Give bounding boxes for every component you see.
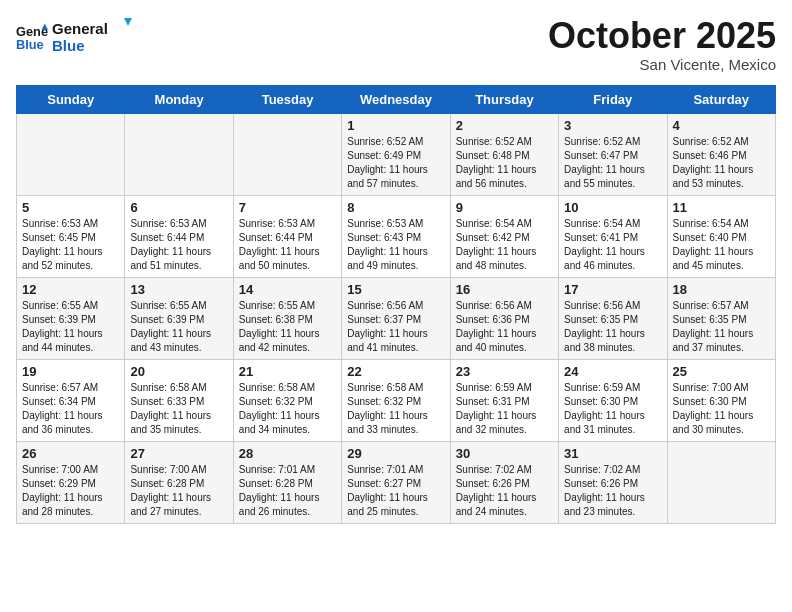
day-info: Sunrise: 6:52 AM Sunset: 6:46 PM Dayligh… — [673, 135, 770, 191]
day-info: Sunrise: 6:55 AM Sunset: 6:38 PM Dayligh… — [239, 299, 336, 355]
day-info: Sunrise: 6:55 AM Sunset: 6:39 PM Dayligh… — [22, 299, 119, 355]
calendar-table: SundayMondayTuesdayWednesdayThursdayFrid… — [16, 85, 776, 524]
day-number: 19 — [22, 364, 119, 379]
calendar-cell: 30Sunrise: 7:02 AM Sunset: 6:26 PM Dayli… — [450, 441, 558, 523]
day-info: Sunrise: 6:53 AM Sunset: 6:44 PM Dayligh… — [239, 217, 336, 273]
calendar-cell: 10Sunrise: 6:54 AM Sunset: 6:41 PM Dayli… — [559, 195, 667, 277]
day-info: Sunrise: 6:53 AM Sunset: 6:44 PM Dayligh… — [130, 217, 227, 273]
calendar-cell: 13Sunrise: 6:55 AM Sunset: 6:39 PM Dayli… — [125, 277, 233, 359]
day-number: 10 — [564, 200, 661, 215]
day-number: 4 — [673, 118, 770, 133]
calendar-cell: 8Sunrise: 6:53 AM Sunset: 6:43 PM Daylig… — [342, 195, 450, 277]
calendar-cell — [667, 441, 775, 523]
day-info: Sunrise: 7:00 AM Sunset: 6:29 PM Dayligh… — [22, 463, 119, 519]
day-number: 12 — [22, 282, 119, 297]
calendar-cell: 3Sunrise: 6:52 AM Sunset: 6:47 PM Daylig… — [559, 113, 667, 195]
month-title: October 2025 — [548, 16, 776, 56]
day-info: Sunrise: 6:59 AM Sunset: 6:31 PM Dayligh… — [456, 381, 553, 437]
calendar-cell: 6Sunrise: 6:53 AM Sunset: 6:44 PM Daylig… — [125, 195, 233, 277]
day-number: 28 — [239, 446, 336, 461]
day-info: Sunrise: 7:02 AM Sunset: 6:26 PM Dayligh… — [456, 463, 553, 519]
day-info: Sunrise: 6:56 AM Sunset: 6:36 PM Dayligh… — [456, 299, 553, 355]
day-info: Sunrise: 7:01 AM Sunset: 6:27 PM Dayligh… — [347, 463, 444, 519]
day-number: 23 — [456, 364, 553, 379]
day-number: 2 — [456, 118, 553, 133]
logo: General Blue General Blue — [16, 16, 142, 60]
day-info: Sunrise: 6:59 AM Sunset: 6:30 PM Dayligh… — [564, 381, 661, 437]
calendar-cell: 16Sunrise: 6:56 AM Sunset: 6:36 PM Dayli… — [450, 277, 558, 359]
calendar-cell: 22Sunrise: 6:58 AM Sunset: 6:32 PM Dayli… — [342, 359, 450, 441]
svg-text:Blue: Blue — [52, 37, 85, 54]
col-header-thursday: Thursday — [450, 85, 558, 113]
svg-text:General: General — [52, 20, 108, 37]
day-number: 24 — [564, 364, 661, 379]
day-info: Sunrise: 6:57 AM Sunset: 6:34 PM Dayligh… — [22, 381, 119, 437]
calendar-cell: 31Sunrise: 7:02 AM Sunset: 6:26 PM Dayli… — [559, 441, 667, 523]
day-info: Sunrise: 6:58 AM Sunset: 6:32 PM Dayligh… — [347, 381, 444, 437]
day-info: Sunrise: 6:54 AM Sunset: 6:42 PM Dayligh… — [456, 217, 553, 273]
day-number: 6 — [130, 200, 227, 215]
calendar-cell: 5Sunrise: 6:53 AM Sunset: 6:45 PM Daylig… — [17, 195, 125, 277]
day-number: 22 — [347, 364, 444, 379]
calendar-cell: 17Sunrise: 6:56 AM Sunset: 6:35 PM Dayli… — [559, 277, 667, 359]
day-number: 13 — [130, 282, 227, 297]
calendar-cell — [125, 113, 233, 195]
day-number: 26 — [22, 446, 119, 461]
col-header-sunday: Sunday — [17, 85, 125, 113]
calendar-week-2: 5Sunrise: 6:53 AM Sunset: 6:45 PM Daylig… — [17, 195, 776, 277]
day-number: 9 — [456, 200, 553, 215]
day-number: 11 — [673, 200, 770, 215]
day-info: Sunrise: 6:56 AM Sunset: 6:37 PM Dayligh… — [347, 299, 444, 355]
day-number: 3 — [564, 118, 661, 133]
title-block: October 2025 San Vicente, Mexico — [548, 16, 776, 73]
day-info: Sunrise: 6:58 AM Sunset: 6:32 PM Dayligh… — [239, 381, 336, 437]
day-number: 25 — [673, 364, 770, 379]
calendar-cell: 1Sunrise: 6:52 AM Sunset: 6:49 PM Daylig… — [342, 113, 450, 195]
day-info: Sunrise: 7:01 AM Sunset: 6:28 PM Dayligh… — [239, 463, 336, 519]
day-number: 20 — [130, 364, 227, 379]
calendar-week-4: 19Sunrise: 6:57 AM Sunset: 6:34 PM Dayli… — [17, 359, 776, 441]
day-number: 16 — [456, 282, 553, 297]
calendar-cell: 11Sunrise: 6:54 AM Sunset: 6:40 PM Dayli… — [667, 195, 775, 277]
col-header-saturday: Saturday — [667, 85, 775, 113]
calendar-cell: 27Sunrise: 7:00 AM Sunset: 6:28 PM Dayli… — [125, 441, 233, 523]
calendar-cell: 7Sunrise: 6:53 AM Sunset: 6:44 PM Daylig… — [233, 195, 341, 277]
logo-svg: General Blue — [52, 16, 142, 56]
day-number: 8 — [347, 200, 444, 215]
svg-text:Blue: Blue — [16, 37, 44, 52]
day-number: 14 — [239, 282, 336, 297]
calendar-week-1: 1Sunrise: 6:52 AM Sunset: 6:49 PM Daylig… — [17, 113, 776, 195]
day-number: 27 — [130, 446, 227, 461]
calendar-cell: 24Sunrise: 6:59 AM Sunset: 6:30 PM Dayli… — [559, 359, 667, 441]
col-header-tuesday: Tuesday — [233, 85, 341, 113]
calendar-cell: 15Sunrise: 6:56 AM Sunset: 6:37 PM Dayli… — [342, 277, 450, 359]
calendar-week-5: 26Sunrise: 7:00 AM Sunset: 6:29 PM Dayli… — [17, 441, 776, 523]
calendar-cell: 25Sunrise: 7:00 AM Sunset: 6:30 PM Dayli… — [667, 359, 775, 441]
logo-icon: General Blue — [16, 22, 48, 54]
day-info: Sunrise: 6:56 AM Sunset: 6:35 PM Dayligh… — [564, 299, 661, 355]
day-info: Sunrise: 6:52 AM Sunset: 6:48 PM Dayligh… — [456, 135, 553, 191]
day-number: 5 — [22, 200, 119, 215]
day-info: Sunrise: 6:58 AM Sunset: 6:33 PM Dayligh… — [130, 381, 227, 437]
calendar-cell: 21Sunrise: 6:58 AM Sunset: 6:32 PM Dayli… — [233, 359, 341, 441]
calendar-cell: 20Sunrise: 6:58 AM Sunset: 6:33 PM Dayli… — [125, 359, 233, 441]
day-number: 29 — [347, 446, 444, 461]
day-number: 17 — [564, 282, 661, 297]
day-info: Sunrise: 7:02 AM Sunset: 6:26 PM Dayligh… — [564, 463, 661, 519]
calendar-cell: 4Sunrise: 6:52 AM Sunset: 6:46 PM Daylig… — [667, 113, 775, 195]
calendar-cell: 2Sunrise: 6:52 AM Sunset: 6:48 PM Daylig… — [450, 113, 558, 195]
day-info: Sunrise: 6:55 AM Sunset: 6:39 PM Dayligh… — [130, 299, 227, 355]
calendar-cell: 12Sunrise: 6:55 AM Sunset: 6:39 PM Dayli… — [17, 277, 125, 359]
calendar-cell: 18Sunrise: 6:57 AM Sunset: 6:35 PM Dayli… — [667, 277, 775, 359]
day-number: 15 — [347, 282, 444, 297]
day-info: Sunrise: 7:00 AM Sunset: 6:28 PM Dayligh… — [130, 463, 227, 519]
calendar-header-row: SundayMondayTuesdayWednesdayThursdayFrid… — [17, 85, 776, 113]
day-info: Sunrise: 6:53 AM Sunset: 6:43 PM Dayligh… — [347, 217, 444, 273]
day-info: Sunrise: 6:52 AM Sunset: 6:49 PM Dayligh… — [347, 135, 444, 191]
day-number: 30 — [456, 446, 553, 461]
page-header: General Blue General Blue October 2025 S… — [16, 16, 776, 73]
day-info: Sunrise: 6:57 AM Sunset: 6:35 PM Dayligh… — [673, 299, 770, 355]
day-info: Sunrise: 6:54 AM Sunset: 6:40 PM Dayligh… — [673, 217, 770, 273]
day-number: 21 — [239, 364, 336, 379]
location-subtitle: San Vicente, Mexico — [548, 56, 776, 73]
